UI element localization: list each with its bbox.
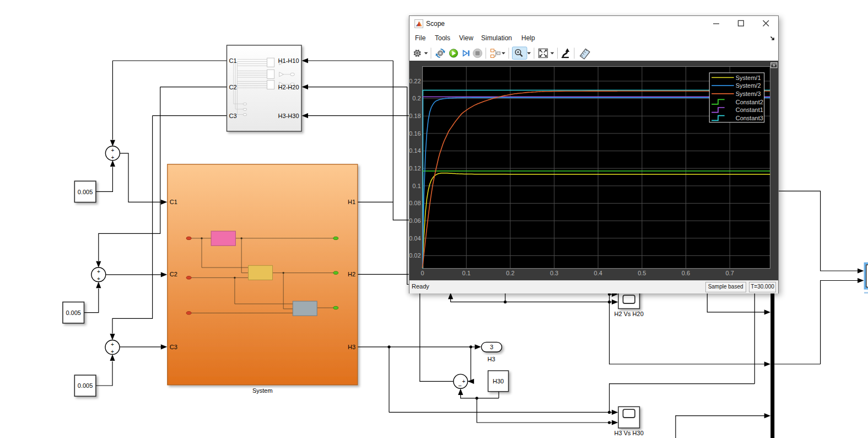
svg-text:3: 3 xyxy=(490,344,493,350)
svg-text:0.1: 0.1 xyxy=(462,270,471,276)
svg-text:H2 Vs H20: H2 Vs H20 xyxy=(614,311,644,317)
svg-text:+: + xyxy=(111,349,114,355)
svg-text:0: 0 xyxy=(421,270,424,276)
svg-text:System: System xyxy=(252,387,273,394)
svg-text:H3: H3 xyxy=(348,344,355,350)
svg-text:System/2: System/2 xyxy=(736,82,761,89)
svg-text:0.06: 0.06 xyxy=(409,217,421,224)
svg-text:0.4: 0.4 xyxy=(594,270,602,276)
svg-text:0.22: 0.22 xyxy=(409,78,421,84)
svg-text:0.08: 0.08 xyxy=(409,200,421,206)
svg-text:0.6: 0.6 xyxy=(682,270,690,276)
svg-text:0.18: 0.18 xyxy=(409,113,421,119)
svg-text:+: + xyxy=(111,341,114,348)
svg-text:0.12: 0.12 xyxy=(409,165,421,172)
svg-text:0.5: 0.5 xyxy=(638,270,646,276)
svg-text:0.14: 0.14 xyxy=(409,147,421,154)
svg-text:0.04: 0.04 xyxy=(409,235,421,242)
svg-text:0.2: 0.2 xyxy=(506,270,514,276)
svg-text:0.005: 0.005 xyxy=(66,309,81,316)
svg-text:C1: C1 xyxy=(170,199,177,205)
svg-text:H2-H20: H2-H20 xyxy=(278,84,299,90)
svg-text:C3: C3 xyxy=(229,113,237,119)
svg-text:+: + xyxy=(111,147,114,153)
svg-text:+: + xyxy=(97,276,100,282)
svg-text:H3-H30: H3-H30 xyxy=(278,113,299,119)
svg-text:–: – xyxy=(459,382,462,388)
svg-text:0.1: 0.1 xyxy=(412,183,420,189)
svg-text:0.005: 0.005 xyxy=(78,189,93,195)
svg-text:H2: H2 xyxy=(348,271,355,277)
svg-text:C2: C2 xyxy=(229,84,237,90)
svg-text:Constant1: Constant1 xyxy=(736,106,763,113)
svg-text:H3 Vs H30: H3 Vs H30 xyxy=(614,430,644,436)
svg-text:System/3: System/3 xyxy=(736,90,761,97)
svg-text:Constant3: Constant3 xyxy=(736,115,763,121)
svg-text:H30: H30 xyxy=(493,378,504,384)
svg-text:0.2: 0.2 xyxy=(412,95,420,102)
svg-text:0.3: 0.3 xyxy=(550,270,558,276)
svg-text:+: + xyxy=(462,378,466,384)
svg-text:System/1: System/1 xyxy=(736,74,761,81)
svg-text:+: + xyxy=(97,269,100,275)
svg-text:C2: C2 xyxy=(170,271,177,277)
svg-text:H3: H3 xyxy=(487,356,495,362)
svg-text:0.16: 0.16 xyxy=(409,130,421,137)
svg-text:C3: C3 xyxy=(170,344,177,350)
svg-text:0.7: 0.7 xyxy=(726,270,734,276)
svg-text:0.005: 0.005 xyxy=(78,382,93,389)
svg-text:H1-H10: H1-H10 xyxy=(278,57,299,64)
svg-text:+: + xyxy=(111,154,114,161)
svg-text:C1: C1 xyxy=(229,57,237,64)
svg-text:H1: H1 xyxy=(348,199,355,205)
svg-text:Constant2: Constant2 xyxy=(736,99,763,105)
svg-text:0.02: 0.02 xyxy=(409,252,421,259)
